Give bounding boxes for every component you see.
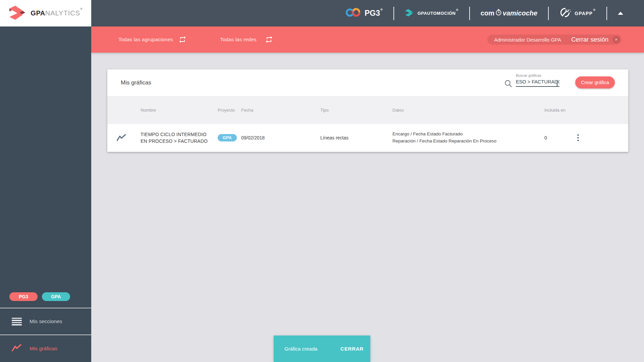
brand-vamicoche-label: vamicoche [503,9,537,17]
top-header: PG3® GPAUTOMOCIÓN® com [91,0,644,26]
chart-type: Líneas rectas [320,135,392,140]
included-in-count: 0 [544,135,576,140]
close-circle-icon[interactable]: ✕ [612,36,620,43]
sidebar-item-label: Mis secciones [30,318,62,324]
sidebar-bottom: PG3 GPA Mis secciones Mis gráficas [0,292,91,362]
trend-icon [12,344,22,353]
logout-button[interactable]: Cerrar sesión [571,36,608,43]
infinity-icon [345,7,361,19]
kebab-menu-icon[interactable] [576,132,583,143]
gpa-arrow-icon [8,5,26,21]
toast-close-button[interactable]: CERRAR [338,346,366,352]
sidebar-item-mis-graficas[interactable]: Mis gráficas [0,335,91,362]
chart-date: 09/02/2018 [241,135,320,140]
user-name: Administrador Desarrollo GPA [494,37,561,43]
header-divider [393,7,394,20]
toast-message: Gráfica creada [284,346,317,352]
brand-gpautomocion-label: GPAUTOMOCIÓN® [418,10,459,16]
filter-agrupaciones[interactable]: Todas las agrupaciones [118,26,173,53]
filter-bar: Todas las agrupaciones Todas las redes A… [91,26,644,53]
create-chart-button[interactable]: Crear gráfica [575,76,615,88]
chart-data-cell: Encargo / Fecha Estado Facturado Reparac… [392,131,544,145]
app-logo[interactable]: GPANALYTICS® [0,0,91,26]
search-input[interactable] [516,78,559,87]
brand-com-label: com [481,9,494,17]
user-session-pill: Administrador Desarrollo GPA Cerrar sesi… [487,35,622,45]
gauge-wrench-icon [559,7,571,20]
toast-notification: Gráfica creada CERRAR [274,336,370,362]
project-badge: GPA [218,134,237,141]
swap-icon[interactable] [178,36,186,44]
sidebar-item-label: Mis gráficas [30,346,57,352]
filter-redes[interactable]: Todas las redes [220,26,257,53]
badge-pg3[interactable]: PG3 [9,292,38,301]
swap-icon[interactable] [265,36,273,44]
app-screen: PG3® GPAUTOMOCIÓN® com [0,0,644,362]
brand-pg3[interactable]: PG3® [345,7,383,19]
platform-badges: PG3 GPA [0,292,91,308]
teal-arrow-icon [405,9,414,18]
project-cell: GPA [218,134,241,141]
brand-gpautomocion[interactable]: GPAUTOMOCIÓN® [405,9,459,18]
sidebar-item-mis-secciones[interactable]: Mis secciones [0,308,91,335]
chart-name: TIEMPO CICLO INTERMEDIO EN PROCESO > FAC… [141,131,218,145]
page-title: Mis gráficas [121,69,151,96]
badge-gpa[interactable]: GPA [42,292,70,301]
header-divider [548,7,549,20]
header-cell-datos: Datos [392,108,544,113]
sidebar: GPANALYTICS® PG3 GPA Mis secciones Mis g… [0,0,91,362]
trend-icon [117,134,126,142]
header-cell-tipo: Tipo [320,108,392,113]
chart-data-line: Encargo / Fecha Estado Facturado [392,131,544,138]
brand-pg3-label: PG3® [365,9,383,18]
caret-up-icon[interactable] [618,12,623,15]
chart-type-icon-cell [107,134,141,142]
menu-icon [12,318,22,325]
brand-gpapp-label: GPAPP® [575,10,596,16]
table-header-row: Nombre Proyecto Fecha Tipo Datos Incluid… [107,96,628,124]
text-cursor [557,80,557,86]
header-divider [606,7,607,20]
stopwatch-icon [495,9,502,18]
table-row[interactable]: TIEMPO CICLO INTERMEDIO EN PROCESO > FAC… [107,124,628,152]
header-cell-fecha: Fecha [241,108,320,113]
header-cell-incluida-en: Incluida en [544,108,576,113]
header-cell-proyecto: Proyecto [218,108,241,113]
search-field-label: Buscar gráficas [516,73,559,77]
chart-data-line: Reparación / Fecha Estado Reparación En … [392,138,544,145]
brand-gpapp[interactable]: GPAPP® [559,7,596,20]
charts-card: Mis gráficas Buscar gráficas Crear gráfi… [107,69,628,152]
app-logo-wordmark: GPANALYTICS® [31,9,83,17]
card-toolbar: Mis gráficas Buscar gráficas Crear gráfi… [107,69,628,96]
header-cell-nombre: Nombre [141,108,218,113]
header-divider [469,7,470,20]
search-icon[interactable] [504,79,513,89]
search-field: Buscar gráficas [516,73,559,87]
brand-comovamicoche[interactable]: com vamicoche [481,9,538,18]
row-actions-cell [576,132,628,143]
